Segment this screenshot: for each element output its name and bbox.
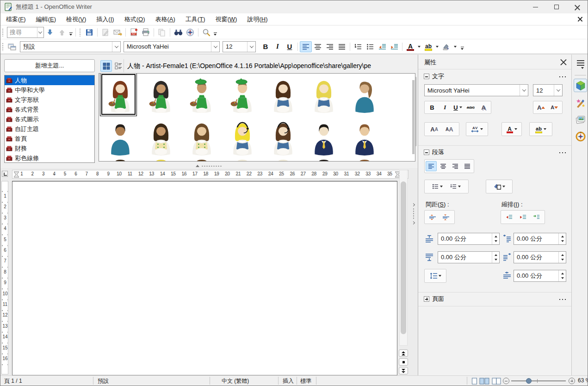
increase-indent-button[interactable] <box>388 41 400 52</box>
gallery-item-9[interactable] <box>141 117 181 159</box>
chevron-down-icon[interactable] <box>112 42 120 52</box>
zoom-slider-thumb[interactable] <box>526 378 532 384</box>
more-options-icon[interactable] <box>558 152 566 154</box>
language-indicator[interactable]: 中文 (繁體) <box>222 377 249 385</box>
gallery-item-13[interactable] <box>303 117 344 159</box>
collapse-icon[interactable] <box>424 74 429 79</box>
toolbar-grip[interactable] <box>79 28 81 37</box>
gallery-item-10[interactable] <box>181 117 222 159</box>
page-style-indicator[interactable]: 預設 <box>98 377 109 385</box>
highlight-dropdown-icon[interactable] <box>436 46 439 48</box>
export-pdf-button[interactable]: PDF <box>128 27 140 38</box>
gallery-item-1[interactable] <box>100 75 141 116</box>
hanging-indent-button[interactable] <box>531 212 542 222</box>
first-line-indent-field[interactable]: 0.00 公分 <box>514 270 566 282</box>
paragraph-style-combobox[interactable]: 預設 <box>20 41 121 52</box>
print-button[interactable] <box>140 27 152 38</box>
sidebar-bullet-list-button[interactable] <box>432 181 443 192</box>
gallery-theme-文字形狀[interactable]: 文字形狀 <box>5 95 94 105</box>
tab-gallery[interactable] <box>574 113 587 126</box>
sidebar-font-size-combobox[interactable]: 12 <box>533 84 563 96</box>
gallery-item-21[interactable] <box>344 160 385 162</box>
zoom-slider[interactable] <box>511 380 566 381</box>
menu-item-file[interactable]: 檔案(F) <box>1 14 31 25</box>
menu-item-help[interactable]: 說明(H) <box>242 14 272 25</box>
font-color-dropdown-icon[interactable] <box>418 46 421 48</box>
gallery-theme-各式背景[interactable]: 各式背景 <box>5 105 94 114</box>
indent-marker-icon[interactable] <box>13 171 19 178</box>
sidebar-menu-button[interactable] <box>574 57 587 71</box>
edit-file-button[interactable] <box>99 27 111 38</box>
sidebar-align-center-button[interactable] <box>438 161 449 171</box>
menu-item-insert[interactable]: 插入(I) <box>92 14 118 25</box>
tab-stop-selector[interactable] <box>2 171 8 177</box>
navigator-button[interactable] <box>184 27 196 38</box>
tab-navigator[interactable]: N <box>574 130 587 143</box>
gallery-item-4[interactable] <box>222 75 263 116</box>
close-document-icon[interactable] <box>576 15 584 23</box>
toolbar-grip[interactable] <box>2 43 4 51</box>
align-left-button[interactable] <box>300 41 312 52</box>
gallery-item-15[interactable] <box>100 160 141 162</box>
tab-styles[interactable] <box>574 96 587 110</box>
menu-item-edit[interactable]: 編輯(E) <box>31 14 61 25</box>
font-size-combobox[interactable]: 12 <box>223 41 256 52</box>
search-input[interactable] <box>7 29 37 36</box>
spinner-buttons[interactable] <box>558 252 566 263</box>
previous-page-button[interactable] <box>399 349 408 357</box>
indent-after-field[interactable]: 0.00 公分 <box>514 251 566 263</box>
italic-button[interactable]: I <box>272 41 284 52</box>
shrink-font-button[interactable]: A <box>549 102 560 112</box>
sidebar-numbered-list-button[interactable] <box>450 181 461 192</box>
lowercase-button[interactable]: AA <box>444 124 455 134</box>
toolbar-grip[interactable] <box>2 28 4 37</box>
sidebar-align-left-button[interactable] <box>426 161 437 171</box>
decrease-indent-button[interactable] <box>376 41 388 52</box>
gallery-theme-財務[interactable]: 財務 <box>5 143 94 153</box>
highlight-color-button[interactable]: ab <box>422 41 434 52</box>
gallery-item-12[interactable] <box>263 117 303 159</box>
minimize-button[interactable] <box>525 0 546 13</box>
next-page-button[interactable] <box>399 367 408 374</box>
menu-item-view[interactable]: 檢視(V) <box>62 14 91 25</box>
collapse-icon[interactable] <box>424 149 429 155</box>
copy-button[interactable] <box>156 27 168 38</box>
text-section-header[interactable]: 文字 <box>418 70 571 82</box>
gallery-item-5[interactable] <box>263 75 303 116</box>
gallery-item-2[interactable] <box>141 75 181 116</box>
bold-button[interactable]: B <box>260 41 272 52</box>
grow-font-button[interactable]: A <box>536 102 547 112</box>
background-dropdown-icon[interactable] <box>454 46 457 48</box>
single-page-view-icon[interactable] <box>471 378 477 385</box>
expand-icon[interactable] <box>424 296 429 302</box>
gallery-theme-彩色線條[interactable]: 彩色線條 <box>5 153 94 163</box>
increase-indent-button[interactable] <box>517 212 528 222</box>
detail-view-toggle[interactable] <box>112 60 124 72</box>
decrease-spacing-button[interactable] <box>441 212 452 222</box>
more-options-icon[interactable] <box>558 299 566 300</box>
decrease-indent-button[interactable] <box>504 212 515 222</box>
sidebar-italic-button[interactable]: I <box>439 102 451 112</box>
vertical-scrollbar[interactable] <box>399 170 408 346</box>
spinner-buttons[interactable] <box>558 233 566 244</box>
sidebar-align-justify-button[interactable] <box>462 161 473 171</box>
chevron-down-icon[interactable] <box>554 85 562 96</box>
page-section-header[interactable]: 頁面 <box>418 293 571 305</box>
document-page[interactable] <box>12 181 397 375</box>
chevron-down-icon[interactable] <box>211 42 219 52</box>
gallery-theme-人物[interactable]: 人物 <box>5 75 94 85</box>
sidebar-shadow-button[interactable]: A <box>478 102 489 112</box>
horizontal-ruler[interactable]: 1234567891011121314151617181920212223242… <box>12 170 409 179</box>
paragraph-section-header[interactable]: 段落 <box>418 146 571 158</box>
sidebar-underline-button[interactable]: U <box>452 102 463 112</box>
underline-button[interactable]: U <box>284 41 296 52</box>
gallery-item-16[interactable] <box>141 160 181 162</box>
insert-mode-indicator[interactable]: 插入 <box>283 377 294 385</box>
sidebar-close-icon[interactable] <box>560 58 567 65</box>
book-view-icon[interactable] <box>492 378 501 385</box>
close-button[interactable] <box>567 0 588 13</box>
sidebar-splitter[interactable] <box>409 55 418 375</box>
gallery-item-18[interactable] <box>222 160 263 162</box>
gallery-item-20[interactable] <box>303 160 344 162</box>
multi-page-view-icon[interactable] <box>479 378 489 385</box>
